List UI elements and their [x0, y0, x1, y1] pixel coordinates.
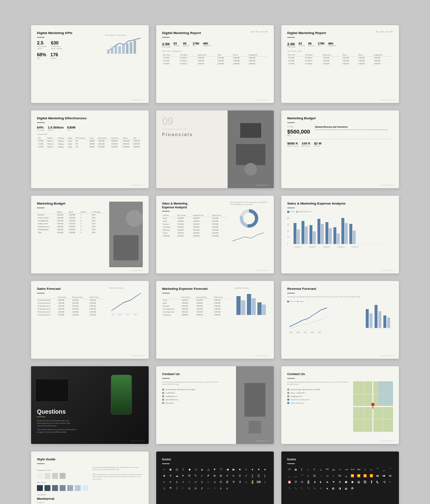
budget-table: BudgetActualVariance% of Budget Research…	[37, 211, 106, 234]
svg-rect-1	[111, 47, 113, 54]
slide-footer-8: PresentationGo.com - 8	[256, 270, 270, 271]
svg-rect-25	[297, 229, 300, 244]
contact2-map	[353, 381, 393, 432]
svg-text:Category 3: Category 3	[323, 246, 330, 248]
svg-rect-6	[130, 42, 132, 54]
svg-rect-31	[321, 224, 324, 244]
questions-small-text: This is the text that you can see when s…	[37, 428, 76, 433]
svg-rect-28	[309, 225, 312, 244]
report1-table: Date FromPost NameImpressionsClicksShare…	[162, 54, 268, 66]
slide-report2-title: Digital Marketing Report	[287, 31, 326, 35]
slide-footer-11: PresentationGo.com - 11	[256, 355, 270, 357]
svg-rect-53	[247, 294, 251, 315]
svg-text:Category 2: Category 2	[309, 246, 316, 248]
svg-text:2021: 2021	[304, 332, 307, 333]
questions-title: Questions	[37, 408, 76, 415]
svg-rect-9	[236, 144, 265, 165]
slide-report1-title: Digital Marketing Report	[162, 31, 201, 35]
svg-text:40: 40	[287, 230, 289, 232]
slide-footer-15: PresentationGo.com - 15	[381, 440, 395, 442]
svg-text:2020: 2020	[296, 332, 300, 333]
svg-rect-68	[383, 315, 386, 328]
slide-effectiveness: Digital Marketing Effectiveness 64%Perce…	[31, 110, 149, 188]
slide-contact-2: Contact Us The best and most beautiful t…	[281, 366, 399, 444]
svg-rect-37	[345, 223, 348, 244]
sales-forecast-chart: Cat 1 Cat 2 Cat 3 Cat 4	[109, 290, 143, 315]
slide-icons2-title: Icons	[287, 457, 393, 462]
svg-rect-4	[122, 45, 125, 54]
svg-rect-67	[378, 311, 381, 328]
slide-contact2-title: Contact Us	[287, 372, 393, 376]
report2-table: Date FromPost NameImpressionsClicksShare…	[287, 54, 393, 66]
kpi-metric-4: 176 Number	[50, 52, 58, 59]
slide-questions: Questions Do the best and most beautiful…	[31, 366, 149, 444]
svg-rect-64	[366, 309, 369, 328]
svg-rect-26	[302, 221, 304, 244]
slide-budget2-title: Marketing Budget	[37, 202, 106, 206]
questions-subtitle: Do the best and most beautiful things in…	[37, 420, 76, 427]
slide-footer-13: PresentationGo.com - 13	[131, 440, 144, 442]
main-colors	[37, 485, 88, 491]
svg-rect-24	[294, 223, 296, 244]
slide-revenue-forecast: Revenue Forecast The best and most beaut…	[281, 281, 399, 359]
slide-rf-title: Revenue Forecast	[287, 287, 393, 291]
slide-contact-1: Contact Us The best and most beautiful t…	[156, 366, 274, 444]
expense1-table: List ItemFirst of YearSecond of YearThir…	[162, 214, 228, 238]
svg-rect-73	[249, 421, 261, 433]
slide-financials: 09 Financials PresentationGo.com - 5	[156, 110, 274, 188]
slide-footer-1: PresentationGo.com - 1	[131, 99, 144, 101]
svg-text:Category 1: Category 1	[294, 246, 302, 248]
svg-rect-69	[387, 318, 390, 328]
phone-image	[111, 375, 132, 415]
financials-image	[228, 110, 274, 188]
slide-expense-2: Sales & Marketing Expense Analysis Dolla…	[281, 196, 399, 273]
svg-rect-27	[305, 226, 308, 244]
svg-rect-5	[126, 43, 128, 54]
slide-icons-1: Icons ○ ◉ ◎ ◊ ◆ ◇ ▲ △ ▼ ▽ ◀ ▶ ★ ☆ ♦ ♥ ♠ …	[156, 452, 274, 504]
bg-colors	[37, 473, 88, 479]
svg-rect-39	[353, 231, 356, 244]
svg-rect-7	[134, 40, 136, 54]
svg-text:60: 60	[287, 223, 289, 226]
svg-rect-56	[262, 304, 266, 315]
svg-text:Category 4: Category 4	[337, 246, 344, 248]
slide-style-guide: Style Guide Background Colors Main Color…	[31, 452, 149, 504]
expense-bar-chart: 80 60 40 20 0	[287, 215, 388, 257]
slide-expense2-title: Sales & Marketing Expense Analysis	[287, 202, 393, 206]
svg-rect-81	[378, 381, 393, 404]
slide-footer-3: PresentationGo.com - 3	[381, 99, 395, 101]
svg-text:Cat 2: Cat 2	[118, 314, 122, 315]
svg-rect-52	[241, 300, 245, 315]
slide-kpis: Digital Marketing KPIs 2.5 Total website…	[31, 25, 149, 103]
slide-expense-1: Sales & MarketingExpense Analysis List I…	[156, 196, 274, 273]
kpi-metric-1: 2.5 Total websitevisitors	[37, 40, 47, 50]
slide-mef-title: Marketing Expense Forecast	[162, 287, 231, 291]
slide-footer-7: PresentationGo.com - 7	[131, 270, 144, 271]
slide-sales-forecast-title: Sales Forecast	[37, 287, 106, 291]
icons-grid-2: ⏎ ⏏ ⏐ ⏑ ⏒ ⏓ ⏔ ⏕ ⏖ ⏗ ⏘ ⏙ ⏚ ⏛ ⏜ ⏝ ⏞ ⏟ ⏠ ⏡	[287, 467, 393, 491]
slide-budget1-title: Marketing Budget	[287, 116, 393, 121]
slide-footer-10: PresentationGo.com - 10	[131, 355, 144, 357]
slide-footer-5: PresentationGo.com - 5	[256, 184, 270, 186]
mef-chart	[234, 290, 266, 319]
slide-grid: Digital Marketing KPIs 2.5 Total website…	[31, 25, 399, 504]
icons-grid-1: ○ ◉ ◎ ◊ ◆ ◇ ▲ △ ▼ ▽ ◀ ▶ ★ ☆ ♦ ♥ ♠ ♣ ☀ ☁	[162, 467, 268, 491]
svg-point-13	[126, 210, 143, 227]
slide-expense1-title: Sales & MarketingExpense Analysis	[162, 202, 228, 209]
slide-sales-forecast: Sales Forecast First of YearSecond of Ye…	[31, 281, 149, 359]
slide-report-2: Digital Marketing Report Apr 1, 2021 - N…	[281, 25, 399, 103]
slide-footer-14: PresentationGo.com - 14	[256, 440, 270, 442]
svg-rect-2	[115, 45, 117, 54]
laptop-image	[35, 379, 69, 402]
svg-text:20: 20	[287, 236, 289, 238]
svg-text:Cat 4: Cat 4	[134, 314, 137, 315]
slide-footer-2: PresentationGo.com - 2	[256, 99, 270, 101]
svg-rect-0	[107, 50, 110, 54]
slide-footer-9: PresentationGo.com - 9	[381, 270, 395, 271]
svg-rect-30	[317, 219, 320, 244]
svg-rect-14	[113, 235, 139, 260]
slide-kpis-underline	[37, 37, 45, 38]
kpi-metric-2: 630 Total websitevisitors number	[51, 40, 62, 50]
contact2-info: Central Park Ave 740 St New York, NY 100…	[287, 388, 350, 404]
slide-marketing-expense-forecast: Marketing Expense Forecast First of Year…	[156, 281, 274, 359]
